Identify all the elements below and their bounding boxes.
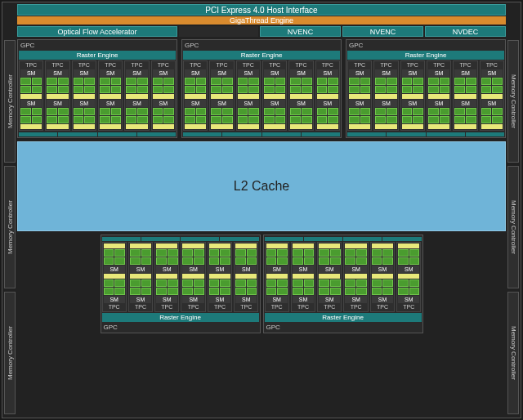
cuda-core	[74, 78, 84, 85]
cuda-core	[387, 86, 397, 93]
cuda-core	[114, 249, 125, 257]
sm-label: SM	[345, 266, 366, 273]
sm-label: SM	[402, 100, 423, 107]
rop-unit	[141, 237, 180, 241]
cuda-core	[32, 108, 42, 115]
cuda-core	[156, 249, 167, 257]
cuda-core	[74, 116, 84, 123]
cuda-core	[454, 78, 465, 85]
cuda-core	[372, 257, 382, 265]
cuda-core	[409, 288, 420, 295]
rop-unit	[58, 132, 96, 136]
tpc-label: TPC	[185, 62, 206, 69]
sm-label: SM	[130, 296, 151, 303]
sm-label: SM	[47, 69, 68, 77]
tpc-block: SMSMTPC	[317, 242, 342, 312]
cuda-core	[481, 116, 492, 123]
cuda-core	[194, 249, 204, 257]
tensor-core	[375, 124, 396, 129]
cuda-core	[141, 279, 152, 287]
sm-label: SM	[238, 100, 259, 107]
cuda-core	[330, 257, 341, 265]
tpc-label: TPC	[209, 304, 230, 311]
cuda-core	[481, 108, 492, 115]
cuda-core	[266, 279, 277, 287]
tpc-label: TPC	[126, 62, 147, 69]
tpc-block: TPCSMSM	[98, 60, 123, 131]
cuda-core	[84, 78, 95, 85]
nvenc-block: NVENC	[342, 26, 423, 37]
cuda-core	[387, 78, 397, 85]
sm-label: SM	[349, 69, 370, 77]
gpc-block: GPCRaster EngineTPCSMSMTPCSMSMTPCSMSMTPC…	[346, 39, 506, 138]
cuda-core	[247, 279, 257, 287]
cuda-core	[111, 116, 122, 123]
tpc-label: TPC	[372, 304, 393, 311]
tpc-label: TPC	[317, 62, 338, 69]
cuda-core	[413, 86, 423, 93]
cuda-core	[293, 257, 303, 265]
tensor-core	[74, 124, 95, 129]
cuda-core	[182, 257, 193, 265]
cuda-core	[277, 279, 288, 287]
rop-unit	[183, 132, 221, 136]
cuda-core	[302, 78, 312, 85]
cuda-core	[247, 288, 257, 295]
tpc-block: TPCSMSM	[183, 60, 208, 131]
cuda-core	[126, 78, 136, 85]
tensor-core	[481, 94, 503, 99]
cuda-core	[238, 78, 248, 85]
sm-label: SM	[74, 69, 95, 77]
tpc-label: TPC	[349, 62, 370, 69]
rop-row	[265, 237, 422, 241]
sm-label: SM	[349, 100, 370, 107]
tensor-core	[238, 124, 259, 129]
cuda-core	[413, 116, 423, 123]
cuda-core	[235, 279, 246, 287]
cuda-core	[402, 78, 413, 85]
cuda-core	[454, 116, 465, 123]
tensor-core	[20, 94, 42, 99]
tensor-core	[264, 124, 285, 129]
cuda-core	[141, 288, 152, 295]
tpc-block: SMSMTPC	[181, 242, 205, 312]
tensor-core	[349, 94, 370, 99]
cuda-core	[235, 288, 246, 295]
cuda-core	[100, 108, 110, 115]
cuda-core	[248, 78, 259, 85]
tensor-core	[211, 124, 232, 129]
cuda-core	[58, 78, 69, 85]
cuda-core	[319, 249, 329, 257]
cuda-core	[137, 108, 148, 115]
cuda-core	[409, 249, 420, 257]
tensor-core	[156, 274, 177, 279]
l2-cache: L2 Cache	[17, 141, 506, 231]
sm-label: SM	[375, 100, 396, 107]
cuda-core	[235, 249, 246, 257]
cuda-core	[293, 288, 303, 295]
cuda-core	[372, 288, 382, 295]
rop-unit	[262, 132, 301, 136]
cuda-core	[238, 86, 248, 93]
tpc-label: TPC	[375, 62, 396, 69]
sm-label: SM	[398, 266, 419, 273]
tpc-label: TPC	[293, 304, 314, 311]
tensor-core	[454, 94, 476, 99]
sm-label: SM	[20, 69, 42, 77]
cuda-core	[328, 86, 338, 93]
tpc-block: SMSMTPC	[370, 242, 395, 312]
tensor-core	[454, 124, 476, 129]
rop-unit	[102, 237, 141, 241]
cuda-core	[481, 78, 492, 85]
sm-label: SM	[211, 100, 232, 107]
cuda-core	[222, 108, 233, 115]
gpc-block: SMSMTPCSMSMTPCSMSMTPCSMSMTPCSMSMTPCSMSMT…	[101, 235, 261, 333]
tensor-core	[20, 124, 42, 129]
cuda-core	[349, 78, 360, 85]
cuda-core	[356, 249, 367, 257]
gpc-block: GPCRaster EngineTPCSMSMTPCSMSMTPCSMSMTPC…	[181, 39, 342, 138]
cuda-core	[304, 279, 315, 287]
cuda-core	[481, 86, 492, 93]
rop-unit	[387, 132, 425, 136]
tpc-block: SMSMTPC	[128, 242, 153, 312]
